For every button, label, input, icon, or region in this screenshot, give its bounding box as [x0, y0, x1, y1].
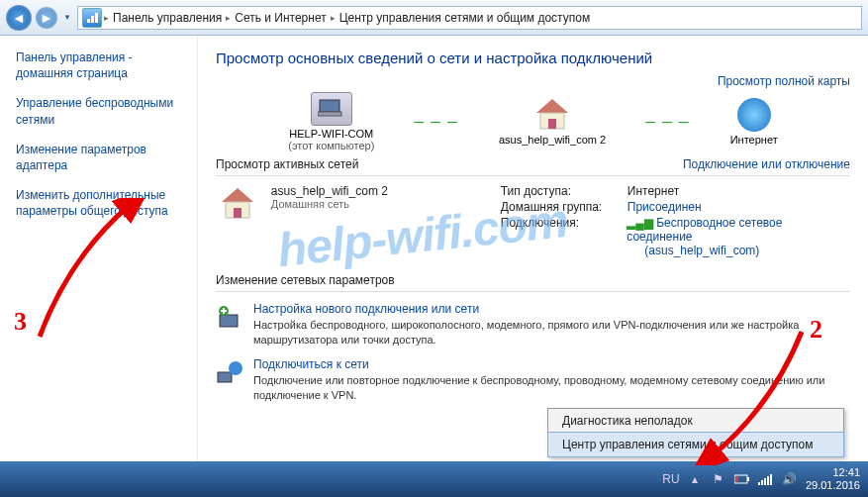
svg-rect-10: [234, 208, 241, 218]
connection-line-icon: — — —: [414, 117, 459, 128]
ctx-diagnostics[interactable]: Диагностика неполадок: [548, 409, 843, 433]
ctx-network-center[interactable]: Центр управления сетями и общим доступом: [547, 432, 844, 457]
map-router[interactable]: asus_help_wifi_com 2: [499, 98, 606, 146]
wifi-signal-icon[interactable]: [758, 471, 774, 487]
task-connect-network[interactable]: Подключиться к сети Подключение или повт…: [216, 357, 850, 403]
breadcrumb-item[interactable]: Панель управления: [111, 11, 224, 25]
svg-marker-5: [536, 99, 568, 113]
arrow-right-icon: ►: [40, 10, 53, 26]
task-desc: Подключение или повторное подключение к …: [253, 373, 850, 403]
breadcrumb-item[interactable]: Центр управления сетями и общим доступом: [338, 11, 593, 25]
back-button[interactable]: ◄: [6, 5, 32, 31]
sidebar-sharing-link[interactable]: Изменить дополнительные параметры общего…: [16, 187, 187, 219]
globe-icon: [733, 98, 775, 132]
connect-disconnect-link[interactable]: Подключение или отключение: [683, 157, 850, 171]
svg-point-14: [229, 361, 242, 375]
connect-network-icon: [216, 357, 243, 387]
breadcrumb[interactable]: ▸ Панель управления ▸ Сеть и Интернет ▸ …: [77, 6, 862, 30]
system-tray: RU ▴ ⚑ 🔊 12:41 29.01.2016: [663, 466, 860, 491]
map-internet[interactable]: Интернет: [730, 98, 778, 146]
tray-up-icon[interactable]: ▴: [687, 471, 703, 487]
network-params-title: Изменение сетевых параметров: [216, 273, 850, 287]
svg-rect-1: [91, 16, 94, 23]
taskbar-clock[interactable]: 12:41 29.01.2016: [806, 466, 860, 491]
svg-rect-19: [761, 480, 763, 485]
history-dropdown[interactable]: ▼: [61, 13, 73, 22]
clock-date: 29.01.2016: [806, 479, 860, 492]
network-map: HELP-WIFI-COM (этот компьютер) — — — asu…: [216, 92, 850, 151]
house-icon: [216, 184, 259, 224]
taskbar: RU ▴ ⚑ 🔊 12:41 29.01.2016: [0, 461, 868, 497]
main-content: Просмотр основных сведений о сети и наст…: [198, 36, 868, 461]
active-network-name: asus_help_wifi_com 2: [271, 184, 489, 198]
language-indicator[interactable]: RU: [663, 471, 679, 487]
active-network-row: asus_help_wifi_com 2 Домашняя сеть Тип д…: [216, 184, 850, 259]
breadcrumb-item[interactable]: Сеть и Интернет: [233, 11, 328, 25]
svg-rect-2: [95, 13, 98, 23]
active-networks-title: Просмотр активных сетей: [216, 157, 358, 171]
sidebar: Панель управления - домашняя страница Уп…: [0, 36, 198, 461]
arrow-left-icon: ◄: [12, 10, 26, 26]
action-center-icon[interactable]: ⚑: [711, 471, 726, 487]
svg-rect-20: [764, 478, 766, 485]
svg-rect-4: [318, 112, 341, 116]
map-this-computer[interactable]: HELP-WIFI-COM (этот компьютер): [288, 92, 374, 151]
network-context-menu: Диагностика неполадок Центр управления с…: [547, 408, 844, 457]
divider: [216, 291, 850, 292]
new-connection-icon: [216, 302, 243, 332]
svg-rect-21: [767, 476, 769, 485]
sidebar-home-link[interactable]: Панель управления - домашняя страница: [16, 50, 187, 81]
svg-rect-18: [758, 482, 760, 485]
map-node-name: Интернет: [730, 134, 778, 146]
svg-rect-11: [220, 315, 238, 327]
connection-line-icon: — — —: [645, 117, 691, 128]
house-icon: [531, 98, 573, 132]
svg-rect-17: [735, 476, 738, 482]
wifi-signal-icon: ▂▄▆: [627, 216, 653, 230]
svg-rect-22: [770, 474, 772, 485]
task-new-connection[interactable]: Настройка нового подключения или сети На…: [216, 302, 850, 348]
page-title: Просмотр основных сведений о сети и наст…: [216, 50, 850, 66]
homegroup-link[interactable]: Присоединен: [627, 200, 702, 214]
clock-time: 12:41: [806, 466, 860, 479]
map-node-sub: (этот компьютер): [288, 140, 374, 151]
battery-icon[interactable]: [734, 471, 750, 487]
network-icon: [82, 8, 102, 28]
access-type-label: Тип доступа:: [501, 184, 620, 198]
map-node-name: HELP-WIFI-COM: [288, 128, 374, 140]
computer-icon: [311, 92, 352, 126]
task-title: Настройка нового подключения или сети: [253, 302, 850, 316]
forward-button[interactable]: ►: [36, 7, 57, 29]
svg-rect-16: [747, 477, 749, 481]
map-node-name: asus_help_wifi_com 2: [499, 134, 606, 146]
chevron-right-icon: ▸: [226, 13, 231, 23]
task-desc: Настройка беспроводного, широкополосного…: [253, 318, 850, 348]
full-map-link[interactable]: Просмотр полной карты: [718, 74, 850, 88]
sidebar-adapter-link[interactable]: Изменение параметров адаптера: [16, 142, 187, 173]
access-type-value: Интернет: [627, 184, 679, 198]
task-title: Подключиться к сети: [253, 357, 850, 371]
connection-ssid: (asus_help_wifi_com): [644, 244, 759, 257]
connections-label: Подключения:: [501, 216, 619, 257]
homegroup-label: Домашняя группа:: [501, 200, 620, 214]
volume-icon[interactable]: 🔊: [782, 471, 798, 487]
svg-rect-0: [87, 19, 90, 23]
svg-marker-8: [222, 188, 253, 202]
chevron-right-icon: ▸: [104, 13, 109, 23]
address-bar: ◄ ► ▼ ▸ Панель управления ▸ Сеть и Интер…: [0, 0, 868, 36]
chevron-right-icon: ▸: [331, 13, 336, 23]
svg-rect-3: [320, 100, 339, 112]
divider: [216, 175, 850, 176]
svg-rect-7: [548, 119, 556, 129]
sidebar-wireless-link[interactable]: Управление беспроводными сетями: [16, 95, 187, 127]
svg-rect-13: [218, 372, 232, 382]
active-network-type: Домашняя сеть: [271, 198, 489, 210]
